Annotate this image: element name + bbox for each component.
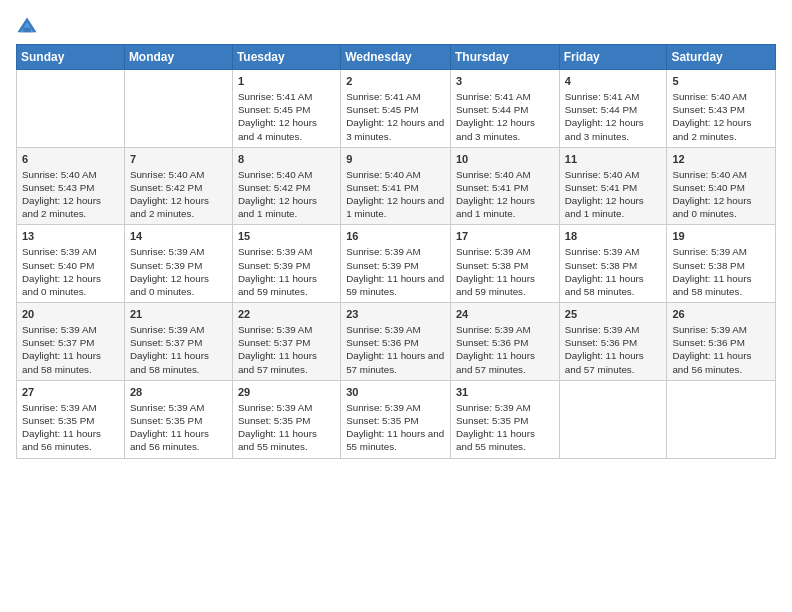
calendar-cell: 27Sunrise: 5:39 AM Sunset: 5:35 PM Dayli… (17, 380, 125, 458)
day-number: 13 (22, 229, 119, 244)
day-info: Sunrise: 5:39 AM Sunset: 5:35 PM Dayligh… (456, 401, 554, 454)
calendar-cell: 20Sunrise: 5:39 AM Sunset: 5:37 PM Dayli… (17, 303, 125, 381)
calendar-cell: 7Sunrise: 5:40 AM Sunset: 5:42 PM Daylig… (124, 147, 232, 225)
calendar-cell: 1Sunrise: 5:41 AM Sunset: 5:45 PM Daylig… (232, 70, 340, 148)
calendar-cell: 3Sunrise: 5:41 AM Sunset: 5:44 PM Daylig… (451, 70, 560, 148)
week-row-5: 27Sunrise: 5:39 AM Sunset: 5:35 PM Dayli… (17, 380, 776, 458)
logo (16, 16, 40, 38)
calendar-cell: 23Sunrise: 5:39 AM Sunset: 5:36 PM Dayli… (341, 303, 451, 381)
day-number: 16 (346, 229, 445, 244)
day-number: 23 (346, 307, 445, 322)
calendar-cell: 31Sunrise: 5:39 AM Sunset: 5:35 PM Dayli… (451, 380, 560, 458)
day-info: Sunrise: 5:39 AM Sunset: 5:39 PM Dayligh… (130, 245, 227, 298)
day-number: 20 (22, 307, 119, 322)
day-info: Sunrise: 5:39 AM Sunset: 5:38 PM Dayligh… (672, 245, 770, 298)
week-row-1: 1Sunrise: 5:41 AM Sunset: 5:45 PM Daylig… (17, 70, 776, 148)
day-info: Sunrise: 5:39 AM Sunset: 5:37 PM Dayligh… (22, 323, 119, 376)
day-number: 10 (456, 152, 554, 167)
day-number: 22 (238, 307, 335, 322)
day-info: Sunrise: 5:41 AM Sunset: 5:44 PM Dayligh… (565, 90, 662, 143)
day-info: Sunrise: 5:40 AM Sunset: 5:43 PM Dayligh… (672, 90, 770, 143)
day-number: 5 (672, 74, 770, 89)
day-number: 2 (346, 74, 445, 89)
day-info: Sunrise: 5:40 AM Sunset: 5:41 PM Dayligh… (456, 168, 554, 221)
header (16, 12, 776, 38)
calendar-cell: 10Sunrise: 5:40 AM Sunset: 5:41 PM Dayli… (451, 147, 560, 225)
day-info: Sunrise: 5:39 AM Sunset: 5:38 PM Dayligh… (565, 245, 662, 298)
week-row-4: 20Sunrise: 5:39 AM Sunset: 5:37 PM Dayli… (17, 303, 776, 381)
calendar-cell (17, 70, 125, 148)
day-header-sunday: Sunday (17, 45, 125, 70)
day-number: 17 (456, 229, 554, 244)
calendar-cell: 24Sunrise: 5:39 AM Sunset: 5:36 PM Dayli… (451, 303, 560, 381)
calendar-cell: 4Sunrise: 5:41 AM Sunset: 5:44 PM Daylig… (559, 70, 667, 148)
day-info: Sunrise: 5:40 AM Sunset: 5:42 PM Dayligh… (130, 168, 227, 221)
calendar-cell (559, 380, 667, 458)
day-number: 9 (346, 152, 445, 167)
calendar-cell: 30Sunrise: 5:39 AM Sunset: 5:35 PM Dayli… (341, 380, 451, 458)
week-row-3: 13Sunrise: 5:39 AM Sunset: 5:40 PM Dayli… (17, 225, 776, 303)
week-row-2: 6Sunrise: 5:40 AM Sunset: 5:43 PM Daylig… (17, 147, 776, 225)
logo-icon (16, 16, 38, 38)
day-header-thursday: Thursday (451, 45, 560, 70)
day-number: 19 (672, 229, 770, 244)
day-info: Sunrise: 5:39 AM Sunset: 5:37 PM Dayligh… (130, 323, 227, 376)
day-number: 27 (22, 385, 119, 400)
day-number: 15 (238, 229, 335, 244)
day-info: Sunrise: 5:39 AM Sunset: 5:40 PM Dayligh… (22, 245, 119, 298)
day-number: 14 (130, 229, 227, 244)
calendar-body: 1Sunrise: 5:41 AM Sunset: 5:45 PM Daylig… (17, 70, 776, 459)
day-info: Sunrise: 5:40 AM Sunset: 5:41 PM Dayligh… (346, 168, 445, 221)
calendar-cell: 15Sunrise: 5:39 AM Sunset: 5:39 PM Dayli… (232, 225, 340, 303)
calendar-cell: 9Sunrise: 5:40 AM Sunset: 5:41 PM Daylig… (341, 147, 451, 225)
day-info: Sunrise: 5:39 AM Sunset: 5:36 PM Dayligh… (565, 323, 662, 376)
calendar-cell: 29Sunrise: 5:39 AM Sunset: 5:35 PM Dayli… (232, 380, 340, 458)
day-number: 7 (130, 152, 227, 167)
day-info: Sunrise: 5:39 AM Sunset: 5:39 PM Dayligh… (346, 245, 445, 298)
calendar-cell: 22Sunrise: 5:39 AM Sunset: 5:37 PM Dayli… (232, 303, 340, 381)
day-number: 28 (130, 385, 227, 400)
day-info: Sunrise: 5:39 AM Sunset: 5:39 PM Dayligh… (238, 245, 335, 298)
calendar-cell (667, 380, 776, 458)
day-info: Sunrise: 5:41 AM Sunset: 5:45 PM Dayligh… (346, 90, 445, 143)
day-number: 8 (238, 152, 335, 167)
day-number: 3 (456, 74, 554, 89)
calendar-cell: 8Sunrise: 5:40 AM Sunset: 5:42 PM Daylig… (232, 147, 340, 225)
calendar-cell: 6Sunrise: 5:40 AM Sunset: 5:43 PM Daylig… (17, 147, 125, 225)
day-number: 26 (672, 307, 770, 322)
calendar-cell: 13Sunrise: 5:39 AM Sunset: 5:40 PM Dayli… (17, 225, 125, 303)
calendar-cell: 16Sunrise: 5:39 AM Sunset: 5:39 PM Dayli… (341, 225, 451, 303)
calendar-cell: 28Sunrise: 5:39 AM Sunset: 5:35 PM Dayli… (124, 380, 232, 458)
day-number: 29 (238, 385, 335, 400)
calendar-cell (124, 70, 232, 148)
day-info: Sunrise: 5:39 AM Sunset: 5:36 PM Dayligh… (456, 323, 554, 376)
calendar-cell: 14Sunrise: 5:39 AM Sunset: 5:39 PM Dayli… (124, 225, 232, 303)
day-header-wednesday: Wednesday (341, 45, 451, 70)
calendar-table: SundayMondayTuesdayWednesdayThursdayFrid… (16, 44, 776, 459)
day-info: Sunrise: 5:40 AM Sunset: 5:41 PM Dayligh… (565, 168, 662, 221)
day-header-tuesday: Tuesday (232, 45, 340, 70)
day-info: Sunrise: 5:39 AM Sunset: 5:36 PM Dayligh… (672, 323, 770, 376)
day-info: Sunrise: 5:39 AM Sunset: 5:35 PM Dayligh… (346, 401, 445, 454)
day-number: 21 (130, 307, 227, 322)
day-info: Sunrise: 5:40 AM Sunset: 5:40 PM Dayligh… (672, 168, 770, 221)
day-header-friday: Friday (559, 45, 667, 70)
header-row: SundayMondayTuesdayWednesdayThursdayFrid… (17, 45, 776, 70)
day-number: 25 (565, 307, 662, 322)
day-info: Sunrise: 5:39 AM Sunset: 5:35 PM Dayligh… (130, 401, 227, 454)
day-number: 1 (238, 74, 335, 89)
day-info: Sunrise: 5:40 AM Sunset: 5:43 PM Dayligh… (22, 168, 119, 221)
calendar-cell: 12Sunrise: 5:40 AM Sunset: 5:40 PM Dayli… (667, 147, 776, 225)
day-number: 24 (456, 307, 554, 322)
day-number: 31 (456, 385, 554, 400)
day-number: 18 (565, 229, 662, 244)
calendar-cell: 19Sunrise: 5:39 AM Sunset: 5:38 PM Dayli… (667, 225, 776, 303)
calendar-header: SundayMondayTuesdayWednesdayThursdayFrid… (17, 45, 776, 70)
day-header-saturday: Saturday (667, 45, 776, 70)
day-info: Sunrise: 5:39 AM Sunset: 5:35 PM Dayligh… (22, 401, 119, 454)
day-number: 6 (22, 152, 119, 167)
day-number: 11 (565, 152, 662, 167)
day-info: Sunrise: 5:41 AM Sunset: 5:45 PM Dayligh… (238, 90, 335, 143)
svg-rect-2 (23, 28, 30, 32)
day-info: Sunrise: 5:39 AM Sunset: 5:35 PM Dayligh… (238, 401, 335, 454)
